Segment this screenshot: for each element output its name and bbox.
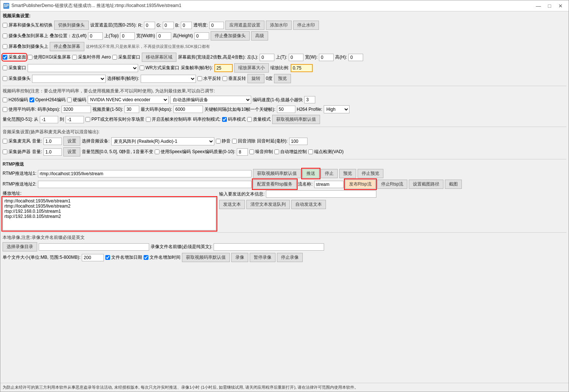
auto-encoder-select[interactable]: 自动选择编码设备: [170, 96, 251, 104]
audio-device-select[interactable]: 麦克风阵列 (Realtek(R) Audio)-1: [111, 137, 214, 145]
minimize-button[interactable]: —: [533, 1, 544, 10]
filename-prefix-input[interactable]: [214, 243, 324, 251]
mic-set-button[interactable]: 设置: [63, 137, 80, 146]
capture-camera-checkbox[interactable]: [3, 76, 7, 81]
auto-gain-checkbox[interactable]: [274, 149, 279, 154]
stop-record-button[interactable]: 停止录像: [277, 253, 303, 262]
camera-select[interactable]: [32, 75, 106, 83]
screenshot-button[interactable]: 截图: [445, 180, 462, 189]
capture-speaker-checkbox[interactable]: [3, 149, 7, 154]
capture-layer-checkbox[interactable]: [112, 55, 117, 60]
screen-camera-toggle-checkbox[interactable]: [3, 23, 7, 28]
openh264-checkbox[interactable]: [29, 98, 34, 102]
ppt-share-checkbox[interactable]: [85, 117, 90, 122]
push-button[interactable]: 推送: [302, 169, 319, 178]
capture-desktop-checkbox[interactable]: [3, 55, 7, 60]
select-record-dir-button[interactable]: 选择录像目录: [3, 242, 37, 251]
use-speex-checkbox[interactable]: [155, 149, 159, 154]
rotate-button[interactable]: 旋转: [247, 74, 264, 83]
wr-capture-checkbox[interactable]: [140, 66, 144, 70]
h265-checkbox[interactable]: [3, 98, 7, 102]
no-aero-checkbox[interactable]: [72, 55, 77, 60]
noise-suppress-checkbox[interactable]: [249, 149, 254, 154]
echo-delay-input[interactable]: [289, 138, 308, 145]
use-dxgi-checkbox[interactable]: [28, 55, 32, 60]
shrink-screen-button[interactable]: 缩放屏幕大小: [234, 63, 269, 73]
max-bitrate-input[interactable]: [173, 106, 203, 113]
overlay-left-input[interactable]: [88, 32, 103, 40]
stream-name-input[interactable]: [314, 181, 344, 188]
drop-frame-checkbox[interactable]: [146, 117, 151, 122]
fps-select[interactable]: [141, 75, 196, 83]
maximize-button[interactable]: □: [544, 1, 555, 10]
rtmp-addr2-input[interactable]: [38, 181, 252, 188]
bitrate-mode-checkbox[interactable]: [222, 117, 227, 122]
quant-to-input[interactable]: [66, 116, 84, 123]
mute-checkbox[interactable]: [216, 139, 221, 144]
window-select[interactable]: [28, 64, 138, 72]
rtmp-addr1-input[interactable]: [38, 170, 252, 177]
get-default-bitrate-button3[interactable]: 获取视频码率默认值: [182, 253, 230, 262]
apply-overlay-button[interactable]: 应用遮盖层设置: [225, 21, 264, 30]
set-screenshot-path-button[interactable]: 设置截图路径: [409, 180, 443, 189]
quality-mode-checkbox[interactable]: [247, 117, 252, 122]
speaker-set-button[interactable]: 设置: [63, 147, 80, 156]
overlay-height-input[interactable]: [194, 32, 209, 40]
record-dir-input[interactable]: [39, 243, 149, 251]
send-text-input[interactable]: [266, 190, 376, 198]
zoom-ratio-input[interactable]: [291, 64, 313, 72]
add-time-checkbox[interactable]: [144, 255, 148, 260]
keyframe-input[interactable]: [277, 106, 295, 113]
close-button[interactable]: ✕: [555, 1, 566, 10]
clear-queue-button[interactable]: 清空文本发送队列: [246, 200, 290, 209]
flip-h-checkbox[interactable]: [197, 76, 202, 81]
overlay-width-input[interactable]: [157, 32, 171, 40]
send-text-button[interactable]: 发送文本: [219, 200, 245, 209]
video-quality-input[interactable]: [124, 106, 139, 113]
stop-rtsp-button[interactable]: 停止Rtsp流: [377, 180, 408, 189]
echo-cancel-checkbox[interactable]: [232, 139, 237, 144]
stop-push-button[interactable]: 停止: [321, 169, 338, 178]
h264-profile-select[interactable]: High: [324, 105, 350, 113]
stop-overlay-camera-button[interactable]: 停止叠加摄像头: [211, 31, 250, 40]
encode-speed-input[interactable]: [304, 96, 315, 103]
switch-camera-button[interactable]: 切换到摄像头: [54, 21, 89, 30]
r-input[interactable]: [144, 22, 155, 29]
get-default-bitrate-button2[interactable]: 获取视频码率默认值: [253, 169, 301, 178]
encoder-select[interactable]: NVIDIA NVENC video encoder: [88, 96, 169, 104]
publish-rtsp-button[interactable]: 发布Rtsp流: [345, 180, 376, 189]
b-input[interactable]: [181, 22, 192, 29]
avg-bitrate-checkbox[interactable]: [3, 107, 7, 112]
crop-width-input[interactable]: [319, 54, 334, 61]
mic-volume-input[interactable]: [43, 138, 62, 145]
playback-addr-textarea[interactable]: [3, 197, 216, 230]
preview-push-button[interactable]: 预览: [339, 169, 356, 178]
overlay-top-input[interactable]: [120, 32, 135, 40]
transparency-input[interactable]: [209, 22, 224, 29]
auto-send-button[interactable]: 自动发送文本: [291, 200, 326, 209]
get-default-bitrate-button1[interactable]: 获取视频码率默认值: [272, 115, 320, 124]
advanced-button[interactable]: 高级: [251, 31, 268, 40]
move-screen-area-button[interactable]: 移动屏幕区域: [142, 53, 176, 62]
capture-mic-checkbox[interactable]: [3, 139, 7, 144]
pause-record-button[interactable]: 暂停录像: [250, 253, 275, 262]
hardware-checkbox[interactable]: [67, 98, 72, 102]
preview-camera-button[interactable]: 预览: [274, 74, 291, 83]
quant-from-input[interactable]: [40, 116, 58, 123]
crop-left-input[interactable]: [260, 54, 274, 61]
bitrate-input[interactable]: [62, 106, 91, 113]
screen-to-camera-checkbox[interactable]: [3, 44, 7, 49]
speaker-volume-input[interactable]: [43, 148, 62, 156]
g-input[interactable]: [163, 22, 174, 29]
stop-overlay-screen-button[interactable]: 停止叠加屏幕: [50, 42, 84, 51]
add-watermark-button[interactable]: 添加水印: [266, 21, 292, 30]
speex-quality-input[interactable]: [237, 148, 248, 156]
capture-window-checkbox[interactable]: [3, 66, 7, 70]
record-button[interactable]: 录像: [231, 253, 248, 262]
stop-watermark-button[interactable]: 停止水印: [293, 21, 319, 30]
capture-fps-input[interactable]: [214, 64, 233, 72]
flip-v-checkbox[interactable]: [222, 76, 227, 81]
crop-top-input[interactable]: [289, 54, 303, 61]
vad-checkbox[interactable]: [308, 149, 313, 154]
stop-preview-push-button[interactable]: 停止预览: [358, 169, 383, 178]
